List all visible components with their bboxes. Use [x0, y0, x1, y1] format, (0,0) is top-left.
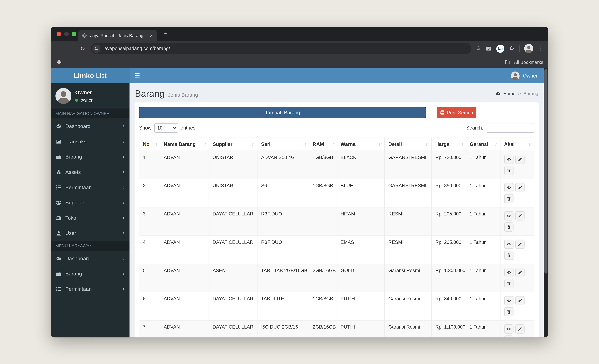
add-barang-button[interactable]: Tambah Barang [139, 107, 426, 118]
brand-logo[interactable]: Limko List [51, 68, 130, 83]
extension-badge-icon[interactable]: {...} [496, 44, 504, 53]
reload-icon[interactable]: ↻ [80, 45, 85, 52]
cell: 1 Tahun [466, 264, 500, 292]
delete-button[interactable] [504, 251, 513, 260]
hamburger-icon[interactable]: ☰ [135, 72, 140, 79]
traffic-maximize-button[interactable] [72, 32, 76, 36]
cell: 1 Tahun [466, 236, 500, 264]
browser-tab[interactable]: Jaya Ponsel | Jenis Barang × [78, 30, 157, 41]
cell: ADVAN [160, 151, 209, 179]
trash-icon [506, 310, 511, 314]
view-button[interactable] [504, 240, 513, 249]
chevron-left-icon: ‹ [123, 154, 124, 160]
column-header-no[interactable]: No↓↑ [139, 138, 159, 151]
column-header-seri[interactable]: Seri↓↑ [257, 138, 309, 151]
new-tab-button[interactable]: + [164, 30, 168, 38]
column-header-aksi[interactable]: Aksi↓↑ [500, 138, 534, 151]
table-row: 3ADVANDAYAT CELULLARR3F DUOHITAMRESMIRp.… [139, 207, 534, 236]
sidebar-item-user[interactable]: User‹ [51, 225, 130, 241]
sort-icon: ↓↑ [303, 141, 306, 147]
view-button[interactable] [504, 155, 513, 164]
folder-icon [505, 59, 511, 65]
view-button[interactable] [504, 183, 513, 192]
eye-icon [506, 270, 511, 275]
column-header-ram[interactable]: RAM↓↑ [309, 138, 337, 151]
sidebar-item-permintaan[interactable]: Permintaan‹ [51, 281, 130, 297]
page-scrollbar[interactable] [544, 68, 548, 337]
breadcrumb-home-link[interactable]: Home [503, 91, 516, 96]
sidebar-item-transaksi[interactable]: Transaksi‹ [51, 134, 130, 149]
edit-button[interactable] [515, 324, 524, 334]
eye-icon [506, 242, 511, 247]
delete-button[interactable] [504, 222, 513, 231]
view-button[interactable] [504, 296, 513, 305]
search-input[interactable] [487, 123, 534, 133]
column-header-garansi[interactable]: Garansi↓↑ [466, 138, 500, 151]
view-button[interactable] [504, 324, 513, 334]
delete-button[interactable] [504, 194, 513, 203]
browser-profile-avatar[interactable] [524, 44, 533, 53]
toolbar-divider [519, 45, 520, 52]
cell: 2 [139, 179, 159, 207]
cell: 1GB/8GB [309, 292, 337, 320]
barang-table: No↓↑Nama Barang↓↑Supplier↓↑Seri↓↑RAM↓↑Wa… [139, 137, 534, 337]
cell: 6 [139, 292, 159, 320]
camera-icon[interactable] [486, 45, 492, 52]
sidebar-item-dashboard[interactable]: Dashboard‹ [51, 118, 130, 134]
all-bookmarks[interactable]: All Bookmarks [501, 59, 543, 65]
view-button[interactable] [504, 268, 513, 277]
cell: DAYAT CELULLAR [209, 236, 257, 264]
edit-button[interactable] [515, 296, 524, 305]
column-header-warna[interactable]: Warna↓↑ [337, 138, 384, 151]
table-body: 1ADVANUNISTARADVAN S50 4G1GB/8GBBLACKGAR… [139, 151, 534, 337]
delete-button[interactable] [504, 336, 513, 337]
navbar-user-menu[interactable]: Owner [511, 71, 538, 80]
entries-select[interactable]: 10 [154, 123, 178, 133]
traffic-close-button[interactable] [57, 32, 61, 36]
column-header-harga[interactable]: Harga↓↑ [431, 138, 466, 151]
sidebar-item-barang[interactable]: Barang‹ [51, 149, 130, 164]
scrollbar-thumb[interactable] [544, 69, 547, 274]
forward-icon[interactable]: → [69, 45, 75, 52]
edit-button[interactable] [515, 211, 524, 221]
column-header-nama-barang[interactable]: Nama Barang↓↑ [160, 138, 209, 151]
sidebar-item-dashboard[interactable]: Dashboard‹ [51, 251, 130, 266]
edit-button[interactable] [515, 240, 524, 249]
cell: EMAS [337, 236, 384, 264]
cell: Rp. 720.000 [431, 151, 466, 179]
column-header-detail[interactable]: Detail↓↑ [384, 138, 431, 151]
apps-grid-icon[interactable] [56, 59, 62, 65]
sidebar-item-supplier[interactable]: Supplier‹ [51, 195, 130, 210]
sort-icon: ↓↑ [460, 141, 463, 147]
column-header-supplier[interactable]: Supplier↓↑ [209, 138, 257, 151]
briefcase-icon [56, 271, 62, 276]
sidebar-item-toko[interactable]: Toko‹ [51, 210, 130, 226]
eye-icon [506, 299, 511, 303]
view-button[interactable] [504, 211, 513, 221]
edit-button[interactable] [515, 155, 524, 164]
edit-button[interactable] [515, 183, 524, 192]
print-all-button[interactable]: Print Semua [437, 107, 476, 118]
overflow-menu-icon[interactable]: ⋮ [538, 45, 544, 52]
url-bar[interactable]: jayaponselpadang.com/barang/ [91, 43, 471, 54]
delete-button[interactable] [504, 279, 513, 288]
sidebar-item-permintaan[interactable]: Permintaan‹ [51, 179, 130, 195]
bookmark-star-icon[interactable]: ☆ [476, 45, 481, 52]
cell: RESMI [384, 207, 431, 236]
sort-icon: ↓↑ [251, 141, 254, 147]
sidebar-item-barang[interactable]: Barang‹ [51, 266, 130, 281]
cell: Rp. 205.000 [431, 236, 466, 264]
traffic-minimize-button[interactable] [64, 32, 69, 36]
back-icon[interactable]: ← [58, 45, 64, 52]
extensions-puzzle-icon[interactable] [509, 46, 515, 51]
delete-button[interactable] [504, 166, 513, 175]
delete-button[interactable] [504, 307, 513, 316]
cell: Garansi Resmi [384, 320, 431, 337]
close-tab-icon[interactable]: × [149, 33, 154, 38]
actions-cell [500, 179, 534, 207]
cell: ADVAN [160, 207, 209, 236]
site-settings-icon[interactable] [92, 44, 100, 53]
trash-icon [506, 168, 511, 173]
sidebar-item-assets[interactable]: Assets‹ [51, 164, 130, 180]
edit-button[interactable] [515, 268, 524, 277]
